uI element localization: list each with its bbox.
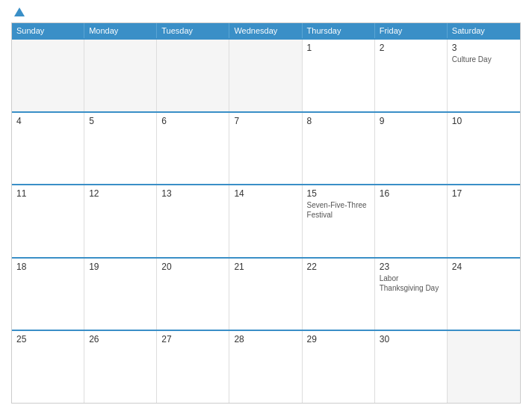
- calendar-cell: 10: [448, 113, 520, 185]
- page: SundayMondayTuesdayWednesdayThursdayFrid…: [0, 0, 532, 411]
- week-row-5: 252627282930: [12, 330, 520, 403]
- cell-number: 23: [380, 262, 442, 272]
- cell-event: Culture Day: [452, 55, 516, 64]
- cell-number: 11: [16, 188, 79, 199]
- cell-number: 13: [161, 188, 224, 199]
- day-header-saturday: Saturday: [448, 23, 520, 38]
- calendar-cell: [448, 331, 520, 403]
- calendar-cell: 8: [303, 113, 375, 185]
- day-header-wednesday: Wednesday: [229, 23, 302, 38]
- cell-number: 20: [161, 262, 224, 272]
- calendar-cell: 12: [84, 185, 157, 257]
- cell-number: 3: [452, 43, 516, 53]
- calendar-cell: 2: [375, 40, 448, 111]
- calendar-cell: 13: [157, 185, 229, 257]
- day-header-thursday: Thursday: [303, 23, 375, 38]
- cell-number: 7: [234, 116, 297, 126]
- calendar-cell: 5: [84, 113, 157, 185]
- cell-number: 4: [16, 116, 79, 126]
- calendar-cell: [229, 40, 302, 111]
- calendar-cell: 26: [84, 331, 157, 403]
- cell-number: 26: [89, 334, 152, 344]
- calendar-cell: 4: [12, 113, 84, 185]
- calendar-cell: 25: [12, 331, 84, 403]
- cell-number: 24: [452, 262, 516, 272]
- day-header-tuesday: Tuesday: [157, 23, 229, 38]
- header: [11, 7, 521, 16]
- calendar-cell: 16: [375, 185, 448, 257]
- logo-triangle-icon: [14, 7, 25, 16]
- calendar-cell: 9: [375, 113, 448, 185]
- cell-number: 17: [452, 188, 516, 199]
- calendar-cell: 27: [157, 331, 229, 403]
- cell-number: 27: [161, 334, 224, 344]
- cell-number: 22: [307, 262, 370, 272]
- cell-number: 9: [380, 116, 442, 126]
- week-row-1: 123Culture Day: [12, 38, 520, 111]
- cell-number: 29: [307, 334, 370, 344]
- day-header-friday: Friday: [375, 23, 448, 38]
- calendar-cell: 7: [229, 113, 302, 185]
- weeks-container: 123Culture Day456789101112131415Seven-Fi…: [12, 38, 520, 403]
- cell-number: 2: [380, 43, 442, 53]
- week-row-2: 45678910: [12, 111, 520, 185]
- calendar-cell: 11: [12, 185, 84, 257]
- cell-number: 30: [380, 334, 442, 344]
- day-header-sunday: Sunday: [12, 23, 84, 38]
- cell-number: 15: [307, 188, 370, 199]
- cell-number: 21: [234, 262, 297, 272]
- cell-number: 28: [234, 334, 297, 344]
- calendar-cell: 24: [448, 259, 520, 330]
- cell-number: 14: [234, 188, 297, 199]
- calendar-cell: 18: [12, 259, 84, 330]
- calendar-cell: 21: [229, 259, 302, 330]
- cell-number: 5: [89, 116, 152, 126]
- cell-number: 19: [89, 262, 152, 272]
- calendar-cell: 6: [157, 113, 229, 185]
- week-row-3: 1112131415Seven-Five-Three Festival1617: [12, 184, 520, 257]
- cell-event: Seven-Five-Three Festival: [307, 200, 370, 220]
- calendar: SundayMondayTuesdayWednesdayThursdayFrid…: [11, 22, 521, 404]
- calendar-cell: [157, 40, 229, 111]
- calendar-cell: [12, 40, 84, 111]
- cell-number: 1: [307, 43, 370, 53]
- calendar-cell: 14: [229, 185, 302, 257]
- day-headers-row: SundayMondayTuesdayWednesdayThursdayFrid…: [12, 23, 520, 38]
- cell-number: 8: [307, 116, 370, 126]
- calendar-cell: 20: [157, 259, 229, 330]
- cell-number: 25: [16, 334, 79, 344]
- calendar-cell: 28: [229, 331, 302, 403]
- cell-number: 10: [452, 116, 516, 126]
- logo: [11, 7, 26, 16]
- calendar-cell: 19: [84, 259, 157, 330]
- calendar-cell: 1: [303, 40, 375, 111]
- cell-number: 6: [161, 116, 224, 126]
- cell-number: 16: [380, 188, 442, 199]
- day-header-monday: Monday: [84, 23, 157, 38]
- calendar-cell: 23Labor Thanksgiving Day: [375, 259, 448, 330]
- calendar-cell: 29: [303, 331, 375, 403]
- cell-number: 12: [89, 188, 152, 199]
- calendar-cell: 15Seven-Five-Three Festival: [303, 185, 375, 257]
- cell-event: Labor Thanksgiving Day: [380, 274, 442, 293]
- calendar-cell: 22: [303, 259, 375, 330]
- calendar-cell: 3Culture Day: [448, 40, 520, 111]
- week-row-4: 181920212223Labor Thanksgiving Day24: [12, 257, 520, 330]
- cell-number: 18: [16, 262, 79, 272]
- calendar-cell: 17: [448, 185, 520, 257]
- calendar-cell: [84, 40, 157, 111]
- calendar-cell: 30: [375, 331, 448, 403]
